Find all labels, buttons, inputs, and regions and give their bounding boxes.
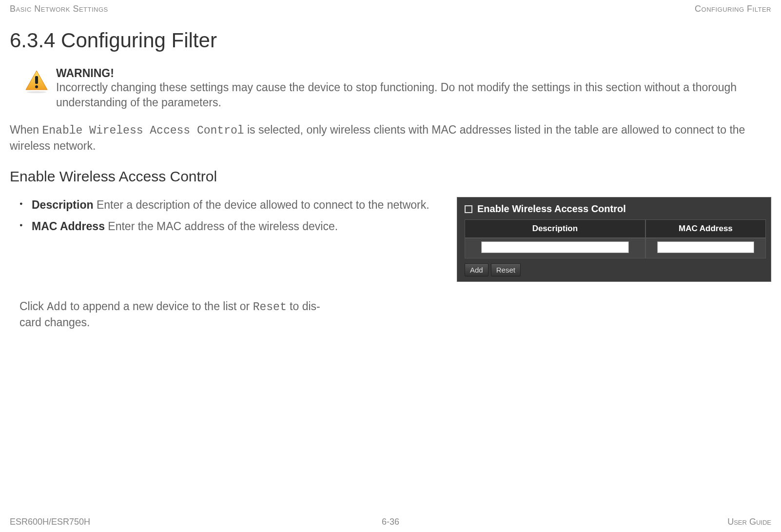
intro-mono: Enable Wireless Access Control xyxy=(42,124,244,137)
ct-m1: Add xyxy=(47,301,67,314)
footer-guide: User Guide xyxy=(727,517,771,527)
footer-model: ESR600H/ESR750H xyxy=(10,517,90,527)
warning-icon xyxy=(24,69,49,94)
bullet-term: MAC Address xyxy=(32,220,105,233)
ct-p1: Click xyxy=(20,300,47,313)
warning-body: Incorrectly changing these settings may … xyxy=(56,81,737,109)
col-description: Description xyxy=(465,219,645,238)
enable-access-control-checkbox[interactable] xyxy=(465,205,472,213)
svg-point-2 xyxy=(27,91,46,93)
warning-label: WARNING! xyxy=(56,67,771,80)
svg-rect-0 xyxy=(35,76,38,84)
list-item: MAC Address Enter the MAC address of the… xyxy=(24,218,442,234)
mac-address-input[interactable] xyxy=(657,241,754,253)
intro-paragraph: When Enable Wireless Access Control is s… xyxy=(0,115,781,154)
footer-page: 6-36 xyxy=(382,517,399,527)
add-button[interactable]: Add xyxy=(465,263,488,276)
bullet-desc: Enter a description of the device allowe… xyxy=(94,198,430,211)
svg-point-1 xyxy=(35,85,38,88)
ct-m2: Reset xyxy=(253,301,287,314)
header-left: Basic Network Settings xyxy=(10,4,108,14)
bullet-desc: Enter the MAC address of the wireless de… xyxy=(105,220,338,233)
bullet-list: Description Enter a description of the d… xyxy=(10,197,442,240)
section-title: Enable Wireless Access Control xyxy=(0,154,781,192)
ct-p2: to append a new device to the list or xyxy=(67,300,253,313)
click-paragraph: Click Add to append a new device to the … xyxy=(0,282,351,330)
bullet-term: Description xyxy=(32,198,94,211)
intro-prefix: When xyxy=(10,123,42,136)
access-control-table: Description MAC Address xyxy=(465,219,766,258)
col-mac-address: MAC Address xyxy=(645,219,766,238)
warning-block: WARNING! Incorrectly changing these sett… xyxy=(0,62,781,115)
reset-button[interactable]: Reset xyxy=(491,263,521,276)
page-title: 6.3.4 Configuring Filter xyxy=(0,14,781,62)
enable-access-control-label: Enable Wireless Access Control xyxy=(477,203,626,215)
list-item: Description Enter a description of the d… xyxy=(24,197,442,213)
ui-screenshot: Enable Wireless Access Control Descripti… xyxy=(457,197,771,282)
header-right: Configuring Filter xyxy=(695,4,771,14)
description-input[interactable] xyxy=(481,241,629,253)
